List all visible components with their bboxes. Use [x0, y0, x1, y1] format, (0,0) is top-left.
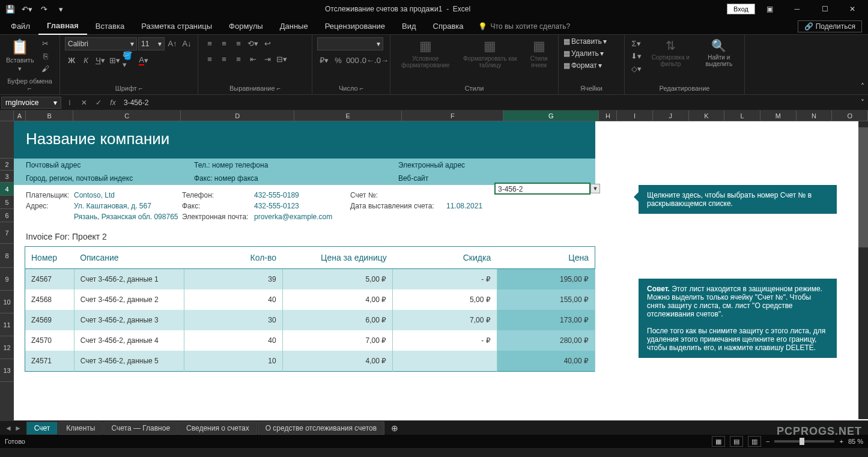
zoom-out-icon[interactable]: −	[766, 438, 769, 445]
tab-home[interactable]: Главная	[38, 18, 87, 35]
align-middle-icon[interactable]: ≡	[217, 37, 231, 49]
minimize-icon[interactable]: ─	[784, 1, 810, 17]
align-top-icon[interactable]: ≡	[203, 37, 216, 49]
col-B[interactable]: B	[26, 110, 74, 121]
font-color-icon[interactable]: A▾	[137, 54, 150, 66]
row-8[interactable]: 8	[0, 244, 14, 268]
shrink-font-icon[interactable]: A↓	[180, 37, 193, 49]
dec-inc-icon[interactable]: .0←	[360, 54, 374, 66]
table-row[interactable]: Z4569Счет 3-456-2, данные 3306,00 ₽7,00 …	[25, 310, 595, 330]
font-size-combo[interactable]: 11▾	[138, 37, 165, 50]
cut-icon[interactable]: ✂	[39, 37, 52, 49]
enter-icon[interactable]: ✓	[91, 98, 106, 107]
table-row[interactable]: Z4571Счет 3-456-2, данные 5104,00 ₽40,00…	[25, 351, 595, 372]
sheet-tab-invoices-main[interactable]: Счета — Главное	[103, 422, 178, 435]
align-right-icon[interactable]: ≡	[232, 53, 245, 65]
paste-button[interactable]: 📋Вставить▾	[5, 37, 35, 74]
row-7[interactable]: 7	[0, 222, 14, 244]
row-6[interactable]: 6	[0, 209, 14, 222]
view-normal-icon[interactable]: ▦	[712, 436, 725, 447]
italic-icon[interactable]: К	[79, 54, 93, 66]
col-I[interactable]: I	[617, 110, 653, 121]
zoom-level[interactable]: 85 %	[848, 438, 863, 445]
tab-layout[interactable]: Разметка страницы	[133, 18, 220, 35]
dropdown-icon[interactable]: ▼	[590, 184, 600, 193]
select-all-corner[interactable]	[0, 110, 14, 121]
view-page-layout-icon[interactable]: ▤	[730, 436, 743, 447]
row-4[interactable]: 4	[0, 183, 14, 196]
save-icon[interactable]: 💾	[2, 2, 18, 16]
zoom-in-icon[interactable]: +	[839, 438, 843, 445]
col-F[interactable]: F	[402, 110, 503, 121]
add-sheet-icon[interactable]: ⊕	[385, 423, 404, 433]
tab-data[interactable]: Данные	[272, 18, 317, 35]
sheet-tab-invoice[interactable]: Счет	[26, 422, 58, 435]
undo-icon[interactable]: ↶▾	[19, 2, 35, 16]
row-13[interactable]: 13	[0, 359, 14, 382]
align-left-icon[interactable]: ≡	[203, 53, 216, 65]
merge-icon[interactable]: ⊟▾	[275, 53, 288, 65]
row-2[interactable]: 2	[0, 159, 14, 171]
col-D[interactable]: D	[181, 110, 294, 121]
copy-icon[interactable]: ⎘	[39, 50, 52, 62]
col-N[interactable]: N	[797, 110, 833, 121]
row-5[interactable]: 5	[0, 196, 14, 209]
currency-icon[interactable]: ₽▾	[317, 54, 330, 66]
ribbon-options-icon[interactable]: ▣	[756, 1, 783, 17]
col-J[interactable]: J	[653, 110, 689, 121]
selected-cell[interactable]: 3-456-2 ▼	[494, 183, 590, 195]
expand-formula-icon[interactable]: ˅	[861, 98, 864, 107]
fill-color-icon[interactable]: 🪣▾	[123, 54, 136, 66]
view-page-break-icon[interactable]: ▥	[748, 436, 761, 447]
sheet-tab-clients[interactable]: Клиенты	[58, 422, 103, 435]
table-row[interactable]: Z4568Счет 3-456-2, данные 2404,00 ₽5,00 …	[25, 289, 595, 310]
formula-input[interactable]: 3-456-2	[120, 98, 868, 107]
indent-inc-icon[interactable]: ⇥	[261, 53, 274, 65]
cancel-icon[interactable]: ✕	[77, 98, 91, 107]
fill-icon[interactable]: ⬇▾	[630, 50, 643, 62]
cell-styles-button[interactable]: ▦Стили ячеек	[524, 37, 553, 70]
dec-dec-icon[interactable]: .0→	[375, 54, 388, 66]
wrap-text-icon[interactable]: ↩	[261, 37, 274, 49]
col-O[interactable]: O	[832, 110, 868, 121]
close-icon[interactable]: ✕	[839, 1, 866, 17]
cond-format-button[interactable]: ▦Условное форматирование	[395, 37, 456, 70]
cells-format-button[interactable]: ▦ Формат ▾	[563, 61, 602, 70]
qat-customize-icon[interactable]: ▾	[53, 2, 68, 16]
redo-icon[interactable]: ↷	[36, 2, 52, 16]
tab-insert[interactable]: Вставка	[87, 18, 133, 35]
table-row[interactable]: Z4570Счет 3-456-2, данные 4407,00 ₽- ₽28…	[25, 330, 595, 351]
sort-filter-button[interactable]: ⇅Сортировка и фильтр	[646, 37, 695, 68]
tab-nav-prev-icon[interactable]: ◄	[5, 424, 12, 432]
format-table-button[interactable]: ▦Форматировать как таблицу	[460, 37, 521, 70]
name-box[interactable]: rngInvoice▾	[1, 97, 61, 109]
format-painter-icon[interactable]: 🖌	[39, 62, 52, 74]
row-12[interactable]: 12	[0, 336, 14, 359]
col-E[interactable]: E	[294, 110, 402, 121]
col-C[interactable]: C	[73, 110, 181, 121]
col-K[interactable]: K	[689, 110, 725, 121]
col-A[interactable]: A	[14, 110, 26, 121]
orientation-icon[interactable]: ⟲▾	[246, 37, 259, 49]
grow-font-icon[interactable]: A↑	[166, 37, 179, 49]
borders-icon[interactable]: ⊞▾	[108, 54, 121, 66]
collapse-ribbon-icon[interactable]: ˄	[861, 82, 864, 91]
tab-file[interactable]: Файл	[2, 18, 38, 35]
share-button[interactable]: 🔗 Поделиться	[798, 20, 862, 32]
row-9[interactable]: 9	[0, 268, 14, 291]
tell-me[interactable]: 💡Что вы хотите сделать?	[472, 22, 577, 31]
number-format-combo[interactable]: ▾	[317, 37, 383, 50]
maximize-icon[interactable]: ☐	[812, 1, 838, 17]
fx-icon[interactable]: fx	[106, 98, 120, 107]
percent-icon[interactable]: %	[332, 54, 345, 66]
col-M[interactable]: M	[760, 110, 797, 121]
row-11[interactable]: 11	[0, 313, 14, 336]
tab-review[interactable]: Рецензирование	[317, 18, 393, 35]
col-L[interactable]: L	[724, 110, 760, 121]
table-row[interactable]: Z4567Счет 3-456-2, данные 1395,00 ₽- ₽19…	[25, 269, 595, 290]
login-button[interactable]: Вход	[727, 4, 755, 14]
autosum-icon[interactable]: Σ▾	[630, 37, 643, 49]
sheet-tab-about[interactable]: О средстве отслеживания счетов	[258, 422, 384, 435]
tab-view[interactable]: Вид	[393, 18, 425, 35]
row-10[interactable]: 10	[0, 291, 14, 313]
